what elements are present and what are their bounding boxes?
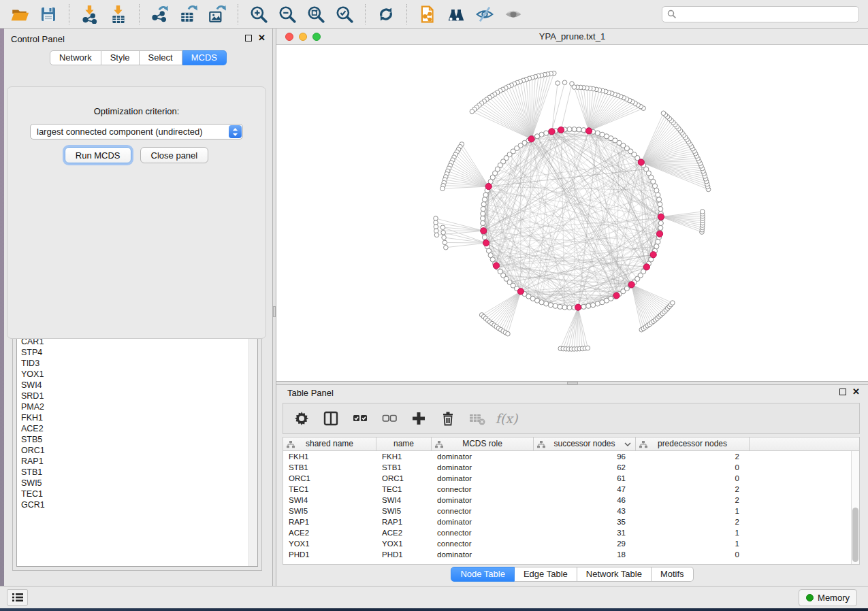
network-node[interactable] [481,206,485,211]
network-node[interactable] [572,127,577,131]
mcds-hub-node[interactable] [585,128,592,134]
mcds-hub-node[interactable] [575,304,581,310]
network-node[interactable] [658,220,663,225]
network-node[interactable] [562,305,567,310]
close-panel-icon[interactable]: ✕ [258,35,266,42]
mcds-hub-node[interactable] [481,228,487,234]
run-mcds-button[interactable]: Run MCDS [65,147,131,163]
mcds-result-item[interactable]: SWI5 [17,478,257,489]
network-node[interactable] [658,202,662,207]
show-graphics-details-button[interactable] [500,2,526,27]
mcds-hub-node[interactable] [658,214,664,220]
mcds-hub-node[interactable] [638,159,644,165]
search-network-button[interactable] [443,2,469,27]
table-row[interactable]: ACE2ACE2connector311 [283,527,859,538]
window-minimize-icon[interactable] [299,33,307,41]
network-node[interactable] [581,304,586,309]
mcds-result-item[interactable]: RAP1 [17,456,257,467]
network-leaf-node[interactable] [434,233,439,237]
table-row[interactable]: SWI5SWI5connector431 [283,506,859,516]
network-canvas[interactable] [276,45,868,381]
open-file-button[interactable] [7,2,33,27]
search-input[interactable] [677,7,858,21]
splitter-grip[interactable] [273,306,276,317]
mcds-result-item[interactable]: TID3 [17,358,257,369]
float-panel-icon[interactable] [245,35,252,42]
mcds-hub-node[interactable] [517,288,524,295]
zoom-in-button[interactable] [246,2,272,27]
network-node[interactable] [595,131,600,135]
network-node[interactable] [553,303,558,308]
network-node[interactable] [544,301,549,306]
window-close-icon[interactable] [285,33,293,41]
mcds-result-item[interactable]: STP4 [17,347,257,358]
mcds-hub-node[interactable] [628,282,634,288]
mcds-hub-node[interactable] [549,129,555,135]
mcds-hub-node[interactable] [485,183,492,189]
delete-table-button[interactable] [468,410,486,427]
close-panel-button[interactable]: Close panel [140,147,209,163]
network-node[interactable] [656,240,660,244]
mcds-result-item[interactable]: STB1 [17,467,257,478]
float-panel-icon[interactable] [839,389,846,395]
network-leaf-node[interactable] [440,225,445,230]
mcds-result-item[interactable]: SWI4 [17,380,257,391]
network-leaf-node[interactable] [585,346,590,350]
table-row[interactable]: STB1STB1dominator620 [283,462,859,473]
function-builder-button[interactable]: f(x) [498,410,515,427]
tab-network[interactable]: Network [50,50,101,65]
network-leaf-node[interactable] [434,220,438,225]
network-node[interactable] [481,211,485,216]
mcds-hub-node[interactable] [528,136,534,142]
show-columns-button[interactable] [322,410,340,427]
close-panel-icon[interactable]: ✕ [852,389,860,395]
network-leaf-node[interactable] [440,186,445,191]
network-node[interactable] [483,193,488,197]
mcds-result-list[interactable]: PHD1CAR1STP4TID3YOX1SWI4SRD1PMA2FKH1ACE2… [16,325,258,567]
mcds-result-item[interactable]: ORC1 [17,445,257,456]
network-node[interactable] [544,131,549,135]
add-row-button[interactable] [410,410,428,427]
table-row[interactable]: RAP1RAP1dominator352 [283,516,859,527]
table-scrollbar[interactable] [851,451,859,564]
mcds-result-item[interactable]: TEC1 [17,489,257,499]
import-table-button[interactable] [106,2,131,27]
network-node[interactable] [658,206,663,211]
zoom-out-button[interactable] [274,2,300,27]
unselect-all-button[interactable] [381,410,398,427]
network-leaf-node[interactable] [444,245,449,250]
tab-node-table[interactable]: Node Table [451,567,515,582]
network-node[interactable] [482,197,487,202]
network-leaf-node[interactable] [470,109,475,114]
export-network-button[interactable] [147,2,173,27]
refresh-button[interactable] [373,2,399,27]
network-node[interactable] [600,132,605,137]
save-session-button[interactable] [35,2,61,27]
network-leaf-node[interactable] [562,80,567,85]
criterion-dropdown[interactable]: largest connected component (undirected) [30,124,243,139]
network-leaf-node[interactable] [700,210,705,214]
mcds-hub-node[interactable] [613,293,620,299]
table-row[interactable]: SWI4SWI4dominator462 [283,495,859,506]
network-node[interactable] [656,197,661,202]
import-network-button[interactable] [77,2,103,27]
table-row[interactable]: YOX1YOX1connector291 [283,538,859,549]
network-node[interactable] [654,244,659,249]
task-history-button[interactable] [7,589,28,606]
tab-style[interactable]: Style [101,50,140,65]
export-image-button[interactable] [204,2,230,27]
network-node[interactable] [590,303,595,308]
network-leaf-node[interactable] [441,230,446,235]
zoom-selected-button[interactable] [332,2,357,27]
network-node[interactable] [595,301,600,306]
network-node[interactable] [548,303,553,308]
mcds-result-item[interactable]: ACE2 [17,423,257,434]
network-node[interactable] [482,235,487,240]
result-list-scrollbar[interactable] [248,325,257,566]
mcds-result-item[interactable]: FKH1 [17,412,257,423]
network-node[interactable] [586,303,591,308]
mcds-hub-node[interactable] [483,240,489,246]
table-settings-button[interactable] [293,410,310,427]
network-node[interactable] [539,300,544,305]
mcds-hub-node[interactable] [650,252,656,258]
